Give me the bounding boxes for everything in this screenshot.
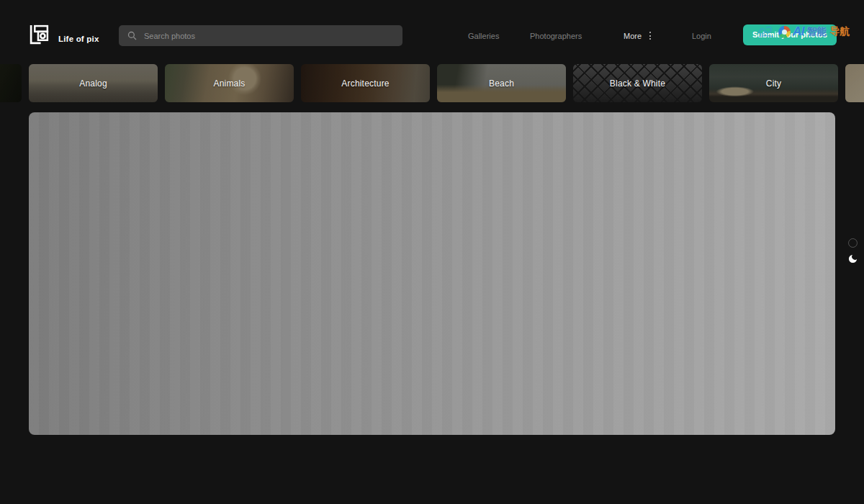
category-thumb-analog[interactable]: Analog (29, 64, 158, 102)
submit-photos-button[interactable]: Submit your photos (743, 24, 837, 45)
category-thumb-partial-right[interactable] (845, 64, 864, 102)
category-thumb-black-white[interactable]: Black & White (573, 64, 702, 102)
nav-photographers[interactable]: Photographers (530, 32, 582, 40)
theme-toggle (847, 238, 858, 264)
category-thumb-partial-left[interactable] (0, 64, 22, 102)
nav-login[interactable]: Login (692, 32, 711, 40)
nav-galleries[interactable]: Galleries (468, 32, 499, 40)
brand-name: Life of pix (58, 35, 99, 45)
life-of-pix-logo-icon (29, 24, 50, 45)
category-thumb-architecture[interactable]: Architecture (301, 64, 430, 102)
search-input[interactable] (143, 31, 394, 41)
hero-image-placeholder[interactable] (29, 112, 835, 435)
page: Life of pix Galleries Photographers More… (0, 0, 864, 504)
category-thumb-beach[interactable]: Beach (437, 64, 566, 102)
search-icon (127, 31, 137, 40)
category-thumb-city[interactable]: City (709, 64, 838, 102)
category-carousel: Analog Animals Architecture Beach Black … (0, 64, 864, 102)
search-bar[interactable] (119, 25, 402, 46)
sun-icon[interactable] (848, 238, 858, 248)
nav-more[interactable]: More (624, 32, 642, 40)
more-menu-kebab-icon[interactable] (647, 31, 653, 40)
brand-home-link[interactable]: Life of pix (29, 24, 99, 45)
moon-icon[interactable] (847, 253, 858, 264)
category-thumb-animals[interactable]: Animals (165, 64, 294, 102)
